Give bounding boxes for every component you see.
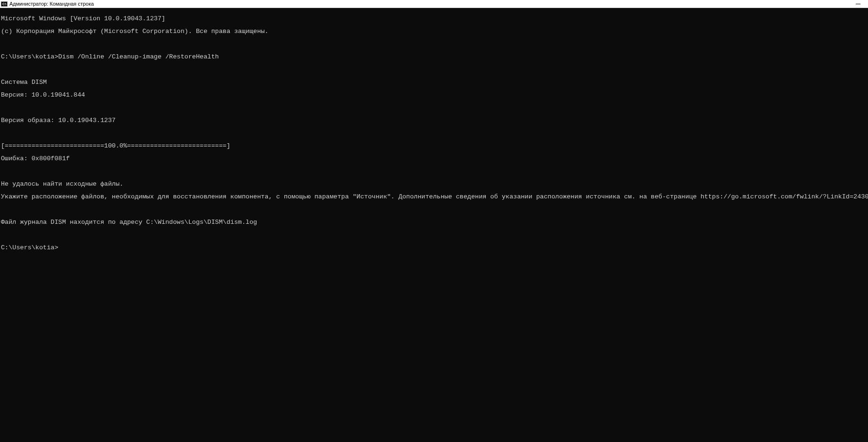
- progress-line: [==========================100.0%=======…: [1, 143, 867, 149]
- output-line: (c) Корпорация Майкрософт (Microsoft Cor…: [1, 28, 867, 35]
- output-line: [1, 168, 867, 175]
- cmd-icon: C:\: [1, 1, 8, 7]
- output-line: Версия образа: 10.0.19043.1237: [1, 117, 867, 124]
- terminal-output[interactable]: Microsoft Windows [Version 10.0.19043.12…: [0, 8, 868, 442]
- output-line: [1, 66, 867, 73]
- minimize-button[interactable]: [856, 1, 860, 6]
- prompt-line: C:\Users\kotia>: [1, 245, 867, 251]
- output-line: Укажите расположение файлов, необходимых…: [1, 194, 867, 200]
- titlebar-left: C:\ Администратор: Командная строка: [1, 1, 94, 7]
- output-line: [1, 232, 867, 238]
- error-line: Ошибка: 0x800f081f: [1, 156, 867, 162]
- output-line: Microsoft Windows [Version 10.0.19043.12…: [1, 16, 867, 22]
- output-line: [1, 41, 867, 48]
- output-line: Версия: 10.0.19041.844: [1, 92, 867, 98]
- command-line: C:\Users\kotia>Dism /Online /Cleanup-ima…: [1, 54, 867, 60]
- titlebar-controls: [856, 1, 867, 6]
- output-line: [1, 206, 867, 213]
- window-titlebar[interactable]: C:\ Администратор: Командная строка: [0, 0, 868, 8]
- window-title: Администратор: Командная строка: [9, 1, 94, 7]
- output-line: Файл журнала DISM находится по адресу C:…: [1, 219, 867, 226]
- prompt-text: C:\Users\kotia>: [1, 245, 58, 251]
- output-line: Cистема DISM: [1, 79, 867, 86]
- output-line: [1, 105, 867, 111]
- output-line: [1, 130, 867, 137]
- minimize-icon: [856, 4, 860, 4]
- cursor: [58, 245, 62, 251]
- output-line: Не удалось найти исходные файлы.: [1, 181, 867, 188]
